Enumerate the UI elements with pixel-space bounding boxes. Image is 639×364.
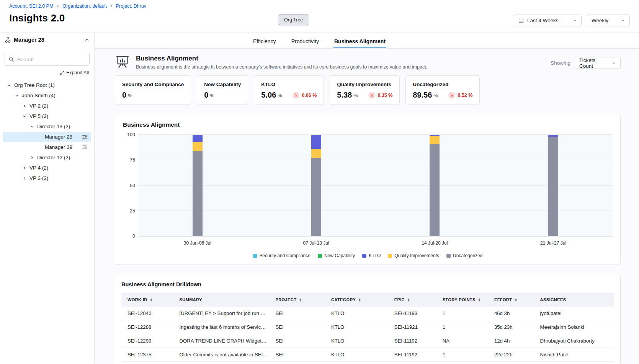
stat-value-row: 89.56%0.52 % (413, 91, 472, 100)
sort-icon[interactable]: ▲▼ (407, 298, 410, 302)
bar-segment-ktlo[interactable] (193, 135, 203, 142)
bar-segment-uncategorized[interactable] (193, 151, 203, 236)
org-chart-icon (5, 37, 11, 43)
column-header-effort[interactable]: EFFORT▲▼ (490, 293, 536, 307)
legend-swatch (362, 254, 366, 258)
search-input[interactable] (5, 53, 90, 66)
tab-business-alignment[interactable]: Business Alignment (333, 34, 386, 48)
table-cell: 22d 22h (490, 348, 536, 362)
table-cell: 12d 4h (490, 334, 536, 348)
table-cell: 35d 23h (490, 320, 536, 334)
stat-card-quality-improvements: Quality Improvements5.38%0.35 % (330, 75, 400, 105)
collapse-panel-icon[interactable] (85, 38, 89, 42)
chevron-down-icon[interactable] (6, 82, 12, 88)
bar-segment-ktlo[interactable] (311, 135, 321, 149)
bar-segment-quality-improvements[interactable] (193, 142, 203, 151)
bar-segment-quality-improvements[interactable] (430, 136, 440, 144)
interval-select[interactable]: Weekly (587, 15, 630, 26)
sort-icon[interactable]: ▲▼ (299, 298, 302, 302)
tree-item-label: Org Tree Root (1) (14, 82, 55, 88)
column-header-work-id[interactable]: WORK ID▲▼ (121, 293, 176, 307)
tree-item-manager-29[interactable]: Manager 29 (3, 142, 91, 152)
stat-card-new-capability: New Capability0% (197, 75, 248, 105)
tree-item-manager-28[interactable]: Manager 28 (3, 132, 91, 142)
sort-icon[interactable]: ▲▼ (150, 298, 153, 302)
table-cell: SEI-11192 (391, 348, 439, 362)
bar-segment-uncategorized[interactable] (430, 144, 440, 236)
y-axis-tick-label: 50 (123, 183, 135, 188)
table-cell: SEI-11921 (391, 320, 439, 334)
breadcrumb-item-organization-default[interactable]: Organization: default (62, 3, 106, 9)
bar-segment-uncategorized[interactable] (548, 137, 558, 236)
sort-icon[interactable]: ▲▼ (515, 298, 517, 302)
stacked-bar-07-jul-13-jul[interactable] (311, 135, 321, 236)
tree-item-label: VP 4 (2) (29, 165, 48, 171)
stacked-bar-30-jun-06-jul[interactable] (193, 135, 203, 236)
tree-item-vp-2-2[interactable]: VP 2 (2) (3, 101, 91, 111)
sort-icon[interactable]: ▲▼ (358, 298, 361, 302)
filter-sliders-icon[interactable] (82, 144, 88, 150)
tree-item-john-smith-4[interactable]: John Smith (4) (3, 90, 91, 101)
table-row-sei-12040[interactable]: SEI-12040[URGENT] EY > Support for job r… (121, 307, 614, 320)
table-row-sei-12305[interactable]: SEI-12305EY > Verify if ingestion is wor… (121, 362, 614, 364)
chevron-down-icon[interactable] (29, 124, 35, 130)
tree-item-vp-5-2[interactable]: VP 5 (2) (3, 111, 91, 121)
tab-productivity[interactable]: Productivity (291, 34, 320, 48)
tree-item-vp-4-2[interactable]: VP 4 (2) (3, 163, 91, 173)
column-header-epic[interactable]: EPIC▲▼ (391, 293, 439, 307)
x-axis-tick-label: 21 Jul-27 Jul (540, 240, 566, 246)
legend-item-security-and-compliance[interactable]: Security and Compliance (253, 253, 311, 258)
showing-select[interactable]: Tickets Count (575, 57, 621, 69)
legend-swatch (388, 254, 392, 258)
breadcrumb-item-project-dhruv[interactable]: Project: Dhruv (116, 3, 146, 9)
column-header-assignees[interactable]: ASSIGNEES (536, 293, 614, 307)
table-row-sei-12299[interactable]: SEI-12299DORA TREND LINE GRAPH Widgets i… (121, 334, 614, 348)
breadcrumb-item-account-sei-2-0-pm[interactable]: Account: SEI 2.0 PM (9, 3, 53, 9)
tree-item-org-tree-root-1[interactable]: Org Tree Root (1) (3, 80, 91, 90)
legend-item-ktlo[interactable]: KTLO (362, 253, 381, 258)
chevron-down-icon[interactable] (21, 113, 28, 119)
bar-segment-quality-improvements[interactable] (311, 149, 321, 158)
chevron-right-icon[interactable] (29, 155, 35, 161)
tree-item-director-13-2[interactable]: Director 13 (2) (3, 121, 91, 132)
chevron-right-icon[interactable] (21, 103, 28, 109)
chevron-right-icon[interactable] (21, 165, 28, 171)
tree-item-director-12-2[interactable]: Director 12 (2) (3, 152, 91, 163)
tree-item-label: VP 2 (2) (29, 103, 48, 109)
stacked-bar-21-jul-27-jul[interactable] (548, 135, 558, 236)
table-cell: SEI-12299 (121, 334, 176, 348)
chevron-down-icon (573, 18, 577, 23)
table-cell: SEI-12288 (121, 320, 176, 334)
legend-item-quality-improvements[interactable]: Quality Improvements (388, 253, 439, 258)
chevron-down-icon[interactable] (14, 93, 20, 99)
column-header-category[interactable]: CATEGORY▲▼ (327, 293, 391, 307)
legend-item-uncategorized[interactable]: Uncategorized (446, 253, 482, 258)
table-cell: 1 (439, 362, 490, 364)
tree-item-vp-3-2[interactable]: VP 3 (2) (3, 173, 91, 183)
chart-x-labels: 30 Jun-06 Jul07 Jul-13 Jul14 Jul-20 Jul2… (138, 240, 613, 246)
table-cell: Nishith Patel (536, 348, 614, 362)
table-row-sei-12375[interactable]: SEI-12375Older Commits is not available … (121, 348, 614, 362)
column-header-label: ASSIGNEES (540, 297, 566, 302)
sidebar-header: Manager 28 (0, 33, 94, 47)
tab-efficiency[interactable]: Efficiency (252, 34, 277, 48)
sort-icon[interactable]: ▲▼ (478, 298, 481, 302)
date-range-select[interactable]: Last 4 Weeks (514, 15, 582, 26)
stacked-bar-14-jul-20-jul[interactable] (430, 135, 440, 236)
breadcrumb-separator-icon (56, 4, 60, 8)
column-header-project[interactable]: PROJECT▲▼ (272, 293, 327, 307)
org-tree-button[interactable]: Org Tree (279, 15, 308, 25)
column-header-story-points[interactable]: STORY POINTS▲▼ (439, 293, 490, 307)
table-cell: Older Commits is not available in SEI - … (176, 348, 272, 362)
table-row-sei-12288[interactable]: SEI-12288Ingesting the last 6 months of … (121, 320, 614, 334)
legend-item-new-capability[interactable]: New Capability (318, 253, 355, 258)
chart-gridline (138, 160, 613, 160)
search-icon (8, 56, 14, 62)
expand-all-button[interactable]: Expand All (0, 67, 94, 78)
filter-sliders-icon[interactable] (82, 134, 88, 140)
bar-segment-uncategorized[interactable] (311, 158, 321, 236)
chart-gridline (138, 211, 613, 211)
stat-value: 0 (204, 91, 208, 100)
column-header-summary[interactable]: SUMMARY (176, 293, 272, 307)
chevron-right-icon[interactable] (21, 175, 28, 181)
